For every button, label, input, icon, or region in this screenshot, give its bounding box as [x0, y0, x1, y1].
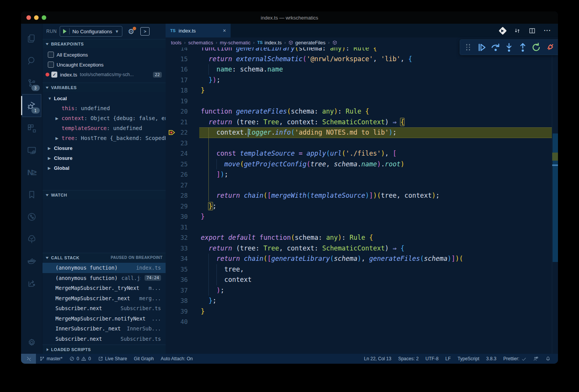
call-stack-frame[interactable]: InnerSubscriber._nextInnerSub...	[42, 324, 166, 334]
status-item-bell-icon[interactable]	[542, 354, 554, 364]
files-activity-button[interactable]	[23, 28, 41, 50]
status-item-git-graph[interactable]: Git Graph	[130, 354, 157, 364]
loaded-scripts-header[interactable]: ▼ LOADED SCRIPTS	[42, 345, 166, 354]
call-stack-header[interactable]: ▼ CALL STACK PAUSED ON BREAKPOINT	[42, 253, 166, 262]
status-item-feedback-person-icon[interactable]	[530, 354, 542, 364]
code-line-23[interactable]: 23	[166, 138, 552, 149]
code-line-20[interactable]: 20function generateFiles(schema: any): R…	[166, 106, 552, 117]
breadcrumb-item[interactable]: tools	[171, 40, 181, 46]
variable-row[interactable]: ▶context: Object {debug: false, en…	[42, 113, 166, 123]
breakpoint-row[interactable]: Uncaught Exceptions	[42, 60, 166, 70]
breadcrumb-item[interactable]	[332, 40, 339, 45]
call-stack-frame[interactable]: Subscriber.nextSubscriber.ts	[42, 334, 166, 344]
code-line-28[interactable]: 28 return chain([mergeWith(templateSourc…	[166, 190, 552, 201]
code-line-32[interactable]: 32export default function(schema: any): …	[166, 233, 552, 243]
status-item-spaces-2[interactable]: Spaces: 2	[395, 354, 422, 364]
code-line-24[interactable]: 24 const templateSource = apply(url('./f…	[166, 148, 552, 159]
editor-scrollbar[interactable]	[552, 47, 558, 354]
call-stack-frame[interactable]: Subscriber.nextSubscriber.ts	[42, 303, 166, 314]
nx-console-activity-button[interactable]: N≥	[23, 161, 41, 184]
more-actions-icon[interactable]: ···	[544, 27, 551, 34]
split-editor-icon[interactable]	[529, 28, 535, 34]
disconnect-icon[interactable]	[545, 42, 555, 53]
variable-row[interactable]: ▶tree: HostTree {_backend: ScopedH…	[42, 133, 166, 143]
code-line-36[interactable]: 36 context	[166, 275, 552, 285]
close-window-button[interactable]	[26, 15, 31, 20]
watch-header[interactable]: ▼ WATCH	[42, 190, 166, 199]
checkbox[interactable]	[48, 52, 54, 58]
code-line-25[interactable]: 25 move(getProjectConfig(tree, schema.na…	[166, 159, 552, 170]
call-stack-frame[interactable]: (anonymous function)call.js74:24	[42, 273, 166, 283]
call-stack-frame[interactable]: MergeMapSubscriber.notifyNext...	[42, 314, 166, 324]
code-line-34[interactable]: 34 return chain([generateLibrary(schema)…	[166, 254, 552, 264]
checkbox[interactable]	[48, 62, 54, 68]
variable-row[interactable]: ▼Local	[42, 93, 166, 103]
debug-console-button[interactable]: >	[140, 27, 150, 36]
code-line-39[interactable]: 39}	[166, 306, 552, 317]
status-item-live-share[interactable]: Live Share	[94, 354, 130, 364]
gitlens-activity-button[interactable]	[23, 206, 41, 228]
code-line-18[interactable]: 18}	[166, 85, 552, 96]
docker-activity-button[interactable]	[23, 250, 41, 272]
code-line-29[interactable]: 29 };	[166, 201, 552, 212]
step-over-icon[interactable]	[490, 42, 501, 53]
minimize-window-button[interactable]	[34, 15, 39, 20]
status-item-prettier-[interactable]: Prettier:	[500, 354, 530, 364]
search-activity-button[interactable]	[23, 50, 41, 72]
status-item-0[interactable]: 00	[66, 354, 94, 364]
gripper-icon[interactable]	[463, 42, 474, 53]
breakpoints-header[interactable]: ▼ BREAKPOINTS	[42, 39, 166, 48]
call-stack-frame[interactable]: MergeMapSubscriber._nextmerg...	[42, 293, 166, 304]
breadcrumb-item[interactable]: TSindex.ts	[257, 40, 282, 46]
variable-row[interactable]: this: undefined	[42, 103, 166, 113]
code-line-35[interactable]: 35 tree,	[166, 264, 552, 275]
breakpoint-row[interactable]: ✓index.tstools/schematics/my-sch...22	[42, 70, 166, 80]
zoom-window-button[interactable]	[42, 15, 46, 20]
code-line-33[interactable]: 33 return (tree: Tree, context: Schemati…	[166, 243, 552, 254]
continue-icon[interactable]	[477, 42, 487, 53]
status-item-ln-22-col-13[interactable]: Ln 22, Col 13	[361, 354, 395, 364]
launch-config-dropdown[interactable]: No Configurations ▼	[60, 26, 122, 37]
configure-gear-button[interactable]: ⚙	[128, 28, 134, 35]
checkbox[interactable]: ✓	[51, 72, 57, 78]
status-item-utf-8[interactable]: UTF-8	[422, 354, 442, 364]
start-debug-icon[interactable]	[63, 29, 67, 34]
close-tab-icon[interactable]: ×	[223, 28, 226, 34]
share-arrow-activity-button[interactable]	[23, 272, 41, 294]
code-line-16[interactable]: 16 name: schema.name	[166, 64, 552, 75]
status-item-auto-attach-on[interactable]: Auto Attach: On	[157, 354, 196, 364]
source-control-activity-button[interactable]: 3	[23, 72, 41, 94]
remote-explorer-activity-button[interactable]	[23, 139, 41, 161]
variables-header[interactable]: ▼ VARIABLES	[42, 83, 166, 92]
code-line-15[interactable]: 15 return externalSchematic('@nrwl/works…	[166, 54, 552, 65]
code-line-31[interactable]: 31	[166, 222, 552, 233]
code-line-21[interactable]: 21 return (tree: Tree, context: Schemati…	[166, 117, 552, 128]
status-item-3-8-3[interactable]: 3.8.3	[483, 354, 500, 364]
status-item-lf[interactable]: LF	[442, 354, 454, 364]
call-stack-frame[interactable]: (anonymous function)index.ts	[42, 263, 166, 273]
bookmarks-activity-button[interactable]	[23, 184, 41, 206]
todo-tree-activity-button[interactable]	[23, 228, 41, 250]
status-item-master-[interactable]: master*	[36, 354, 66, 364]
variable-row[interactable]: ▶Global	[42, 163, 166, 173]
code-line-17[interactable]: 17 });	[166, 75, 552, 86]
extensions-activity-button[interactable]	[23, 117, 41, 139]
restart-icon[interactable]	[531, 42, 542, 53]
code-line-30[interactable]: 30}	[166, 211, 552, 222]
call-stack-frame[interactable]: MergeMapSubscriber._tryNextm...	[42, 283, 166, 293]
variable-row[interactable]: ▶Closure	[42, 153, 166, 163]
run-debug-activity-button[interactable]: 1	[22, 94, 41, 117]
breakpoint-row[interactable]: All Exceptions	[42, 50, 166, 60]
status-item-typescript[interactable]: TypeScript	[454, 354, 483, 364]
variable-row[interactable]: ▶Closure	[42, 143, 166, 153]
remote-indicator[interactable]	[21, 354, 36, 364]
step-into-icon[interactable]	[504, 42, 514, 53]
run-code-icon[interactable]	[499, 26, 507, 34]
code-line-38[interactable]: 38 };	[166, 296, 552, 306]
breadcrumb-item[interactable]: generateFiles	[288, 40, 325, 46]
open-changes-icon[interactable]	[514, 28, 520, 34]
code-line-37[interactable]: 37 );	[166, 285, 552, 296]
breadcrumb-item[interactable]: my-schematic	[220, 40, 250, 46]
code-line-26[interactable]: 26 ]);	[166, 169, 552, 180]
breadcrumb-item[interactable]: schematics	[188, 40, 213, 46]
